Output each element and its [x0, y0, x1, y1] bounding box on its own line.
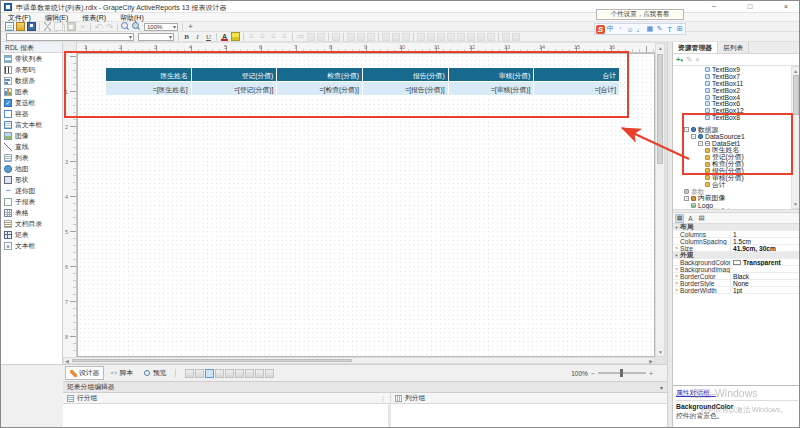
- toggle-grid-button[interactable]: [205, 369, 214, 378]
- table-header-cell-报告(分值)[interactable]: 报告(分值): [363, 68, 449, 82]
- collapse-icon[interactable]: -: [698, 141, 703, 146]
- tree-item-TextBox4[interactable]: TextBox4: [673, 94, 791, 101]
- toolbox-item-列表[interactable]: 列表: [1, 152, 62, 163]
- property-value[interactable]: Black: [731, 273, 800, 280]
- property-dialog-link[interactable]: 属性对话框...: [676, 388, 798, 398]
- tablix-control[interactable]: 医生姓名登记(分值)检查(分值)报告(分值)审核(分值)合计 =[医生姓名]=[…: [106, 68, 620, 96]
- table-header-cell-检查(分值)[interactable]: 检查(分值): [277, 68, 363, 82]
- align-objects-right-icon[interactable]: [367, 33, 375, 41]
- input-mode-icon[interactable]: 中: [606, 25, 615, 34]
- new-report-icon[interactable]: [5, 22, 14, 31]
- tab-layer-list[interactable]: 层列表: [718, 42, 749, 53]
- toolbox-item-图表[interactable]: 图表: [1, 86, 62, 97]
- toggle-selection-button[interactable]: [235, 369, 244, 378]
- send-to-back-icon[interactable]: [512, 33, 520, 41]
- scroll-up-icon[interactable]: ▲: [658, 45, 663, 51]
- tree-item-TextBox12[interactable]: TextBox12: [673, 107, 791, 114]
- table-value-cell-=[医生姓名][interactable]: =[医生姓名]: [106, 82, 192, 96]
- property-value[interactable]: None: [731, 280, 800, 287]
- collapse-icon[interactable]: -: [691, 134, 696, 139]
- property-row-BorderWidth[interactable]: >BorderWidth1pt: [673, 287, 800, 294]
- toggle-snap-grid-button[interactable]: [225, 369, 234, 378]
- align-justify-icon[interactable]: ≡: [280, 32, 289, 41]
- align-objects-top-icon[interactable]: [382, 33, 390, 41]
- tree-item-Logo[interactable]: Logo: [673, 202, 791, 209]
- toggle-pointer-button[interactable]: [245, 369, 254, 378]
- save-report-icon[interactable]: [27, 22, 36, 31]
- table-header-cell-登记(分值)[interactable]: 登记(分值): [192, 68, 278, 82]
- toolbox-item-图像[interactable]: 图像: [1, 130, 62, 141]
- snap-to-grid-icon[interactable]: [487, 33, 495, 41]
- bullet-list-icon[interactable]: ≔: [296, 32, 305, 41]
- property-expander[interactable]: >: [673, 280, 680, 286]
- property-expander[interactable]: >: [673, 273, 680, 279]
- table-value-cell-=[报告(分值)][interactable]: =[报告(分值)]: [363, 82, 449, 96]
- font-name-combo[interactable]: [6, 33, 134, 41]
- align-right-icon[interactable]: ≡: [269, 32, 278, 41]
- toolbox-item-直线[interactable]: 直线: [1, 141, 62, 152]
- tree-item-TextBox11[interactable]: TextBox11: [673, 80, 791, 87]
- center-horizontally-icon[interactable]: [467, 33, 475, 41]
- tree-item-审核(分值)[interactable]: 审核(分值): [673, 174, 791, 181]
- zoom-out-icon[interactable]: [121, 22, 130, 31]
- align-objects-center-icon[interactable]: [357, 33, 365, 41]
- soft-keyboard-icon[interactable]: ▦: [645, 25, 654, 34]
- collapse-icon[interactable]: -: [684, 127, 689, 132]
- scroll-down-icon[interactable]: ▼: [658, 349, 663, 355]
- voice-input-icon[interactable]: ♩: [636, 25, 645, 34]
- scroll-down-icon[interactable]: ▼: [793, 201, 798, 207]
- same-height-icon[interactable]: [427, 33, 435, 41]
- toolbox-item-迷你图[interactable]: ~迷你图: [1, 185, 62, 196]
- zoom-level-combo[interactable]: 100%: [144, 23, 178, 31]
- cut-icon[interactable]: [43, 22, 52, 31]
- menu-item-报表(R)[interactable]: 报表(R): [75, 13, 113, 22]
- tab-resource-explorer[interactable]: 资源管理器: [673, 42, 718, 53]
- property-value[interactable]: 1pt: [731, 287, 800, 294]
- toolbox-item-条形码[interactable]: 条形码: [1, 64, 62, 75]
- undo-icon[interactable]: ↶: [94, 22, 103, 31]
- punctuation-icon[interactable]: ’: [616, 25, 625, 34]
- tree-item-TextBox7[interactable]: TextBox7: [673, 73, 791, 80]
- tree-item-内嵌图像[interactable]: -内嵌图像: [673, 195, 791, 202]
- tab-设计器[interactable]: 设计器: [65, 366, 104, 380]
- tree-item-TextBox6[interactable]: TextBox6: [673, 100, 791, 107]
- toolbox-item-地图[interactable]: 地图: [1, 163, 62, 174]
- toolbox-item-文档目录[interactable]: 文档目录: [1, 218, 62, 229]
- table-header-cell-审核(分值)[interactable]: 审核(分值): [449, 68, 535, 82]
- design-horizontal-scrollbar[interactable]: ◀ ▶: [63, 357, 655, 364]
- toggle-highlight-button[interactable]: [265, 369, 274, 378]
- tree-item-参数[interactable]: 参数: [673, 188, 791, 195]
- delete-icon[interactable]: ×: [695, 55, 699, 64]
- table-value-cell-=[审核(分值)][interactable]: =[审核(分值)]: [449, 82, 535, 96]
- sogou-toolbox-icon[interactable]: ⊞: [675, 25, 684, 34]
- property-pages-icon[interactable]: ▤: [697, 214, 706, 223]
- open-report-icon[interactable]: [16, 22, 25, 31]
- decrease-indent-icon[interactable]: [307, 33, 315, 41]
- scroll-up-icon[interactable]: ▲: [793, 68, 798, 74]
- table-header-cell-合计[interactable]: 合计: [534, 68, 620, 82]
- emoji-icon[interactable]: ☺: [626, 25, 635, 34]
- window-close-button[interactable]: ×: [779, 1, 793, 13]
- zoom-out-button[interactable]: −: [591, 370, 595, 377]
- pan-mode-icon[interactable]: +: [186, 22, 195, 31]
- table-value-cell-=[检查(分值)][interactable]: =[检查(分值)]: [277, 82, 363, 96]
- property-value[interactable]: 1: [731, 231, 800, 238]
- menu-item-文件(F)[interactable]: 文件(F): [1, 13, 38, 22]
- same-width-icon[interactable]: [417, 33, 425, 41]
- window-minimize-button[interactable]: −: [707, 1, 721, 13]
- bring-to-front-icon[interactable]: [502, 33, 510, 41]
- align-objects-left-icon[interactable]: [347, 33, 355, 41]
- zoom-slider-track[interactable]: [598, 372, 646, 374]
- table-value-cell-=[登记(分值)][interactable]: =[登记(分值)]: [192, 82, 278, 96]
- tree-item-TextBox9[interactable]: TextBox9: [673, 66, 791, 73]
- toggle-page-header-button[interactable]: [195, 369, 204, 378]
- toolbox-item-文本框[interactable]: a文本框: [1, 240, 62, 251]
- tree-item-TextBox8[interactable]: TextBox8: [673, 114, 791, 121]
- edit-icon[interactable]: ✎: [686, 55, 692, 64]
- zoom-in-button[interactable]: +: [649, 370, 653, 377]
- row-groups-list[interactable]: [63, 404, 391, 428]
- tree-item-TextBox2[interactable]: TextBox2: [673, 87, 791, 94]
- toolbox-item-子报表[interactable]: 子报表: [1, 196, 62, 207]
- window-maximize-button[interactable]: □: [743, 1, 757, 13]
- row-groups-menu-icon[interactable]: ⋮: [380, 395, 386, 402]
